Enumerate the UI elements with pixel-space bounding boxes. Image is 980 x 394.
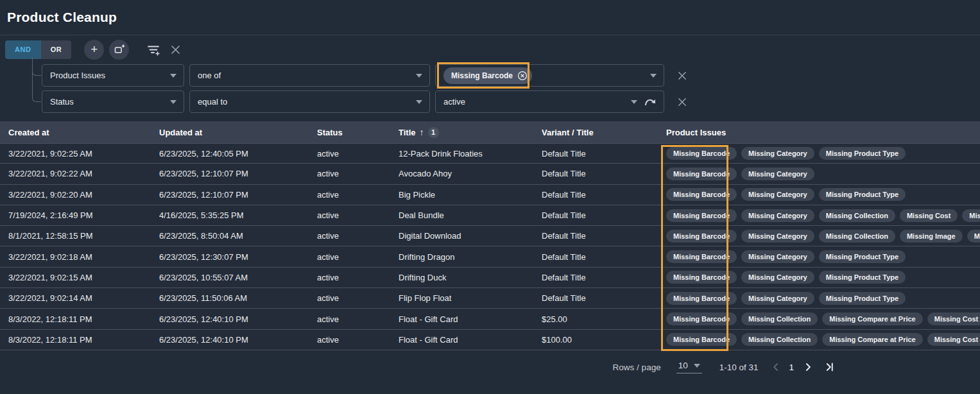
issue-chip: Missing Barcode xyxy=(666,250,737,263)
filter-value-select[interactable]: active xyxy=(435,90,664,113)
remove-filter-row-button[interactable] xyxy=(677,71,687,81)
cell-status: active xyxy=(317,335,399,345)
last-page-button[interactable] xyxy=(823,361,836,373)
issue-chip: Missing Barcode xyxy=(666,230,737,243)
sort-order-badge: 1 xyxy=(428,127,439,138)
cell-created-at: 8/3/2022, 12:18:11 PM xyxy=(8,314,159,324)
cell-created-at: 3/22/2021, 9:02:14 AM xyxy=(8,293,159,303)
column-header-title[interactable]: Title ↑ 1 xyxy=(399,127,542,138)
cell-title: Float - Gift Card xyxy=(399,314,542,324)
cell-variant-title: Default Title xyxy=(542,252,662,262)
issue-chip: Missing Collection xyxy=(741,333,818,346)
next-page-button[interactable] xyxy=(802,361,814,373)
table-row[interactable]: 3/22/2021, 9:02:22 AM 6/23/2025, 12:10:0… xyxy=(0,164,980,184)
rows-per-page-select[interactable]: 10 xyxy=(676,361,702,373)
cell-variant-title: Default Title xyxy=(542,149,662,158)
cell-status: active xyxy=(317,210,399,220)
issue-chip: Missing Barcode xyxy=(666,292,737,305)
cell-variant-title: $100.00 xyxy=(542,335,662,345)
issue-chip: Missing Barcode xyxy=(666,147,737,160)
caret-down-icon xyxy=(416,74,422,78)
issue-chip: Missing Barcode xyxy=(666,333,737,346)
table-row[interactable]: 3/22/2021, 9:02:20 AM 6/23/2025, 12:10:0… xyxy=(0,185,980,205)
redo-icon[interactable] xyxy=(643,97,657,107)
issue-chip: Missing Barcode xyxy=(666,313,737,325)
caret-down-icon xyxy=(694,364,700,368)
issue-chip: Missing Product Type xyxy=(819,271,906,284)
cell-product-issues: Missing BarcodeMissing CategoryMissing P… xyxy=(662,188,980,201)
table-row[interactable]: 8/3/2022, 12:18:11 PM 6/23/2025, 12:40:1… xyxy=(0,309,980,329)
cell-title: Avocado Ahoy xyxy=(399,169,542,178)
apply-filters-button[interactable] xyxy=(146,44,161,56)
filter-value-select[interactable]: Missing Barcode xyxy=(435,64,664,87)
and-toggle-button[interactable]: AND xyxy=(5,40,41,59)
last-page-icon xyxy=(823,361,836,373)
issue-chip: Missing Barcode xyxy=(666,209,737,222)
filter-value-chip[interactable]: Missing Barcode xyxy=(443,67,532,84)
table-row[interactable]: 8/3/2022, 12:18:11 PM 6/23/2025, 12:40:1… xyxy=(0,330,980,350)
cell-title: Drifting Duck xyxy=(399,273,542,282)
issue-chip: Missing Cost xyxy=(900,209,958,222)
add-filter-group-button[interactable] xyxy=(109,40,129,60)
cell-product-issues: Missing BarcodeMissing CategoryMissing P… xyxy=(662,147,980,160)
or-toggle-button[interactable]: OR xyxy=(41,40,72,59)
cell-status: active xyxy=(317,314,399,324)
remove-filter-row-button[interactable] xyxy=(677,97,687,107)
cell-created-at: 7/19/2024, 2:16:49 PM xyxy=(8,210,159,220)
issue-chip: Missing Weight xyxy=(967,230,980,243)
issue-chip: Missing Image xyxy=(900,230,963,243)
column-header-updated-at[interactable]: Updated at xyxy=(159,128,317,137)
table-header-row: Created at Updated at Status Title ↑ 1 V… xyxy=(0,121,980,143)
add-filter-button[interactable]: + xyxy=(84,40,104,60)
chevron-right-icon xyxy=(802,361,814,373)
remove-chip-icon[interactable] xyxy=(517,71,528,81)
table-row[interactable]: 7/19/2024, 2:16:49 PM 4/16/2025, 5:35:25… xyxy=(0,205,980,226)
previous-page-button[interactable] xyxy=(769,361,782,373)
cell-product-issues: Missing BarcodeMissing CategoryMissing P… xyxy=(662,271,980,284)
and-or-toggle[interactable]: AND OR xyxy=(5,40,71,59)
issue-chip: Missing Category xyxy=(741,147,814,160)
filter-field-label: Product Issues xyxy=(50,71,105,80)
filter-field-label: Status xyxy=(50,97,74,107)
cell-status: active xyxy=(317,293,399,303)
filter-field-select[interactable]: Status xyxy=(42,90,184,113)
cell-product-issues: Missing BarcodeMissing CollectionMissing… xyxy=(662,333,980,346)
table-row[interactable]: 3/22/2021, 9:02:18 AM 6/23/2025, 12:30:0… xyxy=(0,246,980,267)
cell-product-issues: Missing BarcodeMissing CategoryMissing C… xyxy=(662,209,980,222)
issue-chip: Missing Product Type xyxy=(819,292,906,305)
filter-operator-select[interactable]: equal to xyxy=(189,90,430,113)
products-table: Created at Updated at Status Title ↑ 1 V… xyxy=(0,121,980,350)
cell-title: Drifting Dragon xyxy=(399,252,542,262)
cell-status: active xyxy=(317,169,399,178)
cell-status: active xyxy=(317,231,399,241)
clear-all-icon xyxy=(170,44,181,55)
column-header-variant-title[interactable]: Variant / Title xyxy=(542,128,662,137)
cell-updated-at: 6/23/2025, 12:10:07 PM xyxy=(159,190,317,200)
cell-created-at: 3/22/2021, 9:02:18 AM xyxy=(8,252,159,262)
cell-variant-title: Default Title xyxy=(542,273,662,282)
filter-value-label: active xyxy=(443,97,465,107)
sort-asc-icon: ↑ xyxy=(420,127,424,137)
column-header-created-at[interactable]: Created at xyxy=(8,128,159,137)
table-row[interactable]: 3/22/2021, 9:02:14 AM 6/23/2025, 11:50:0… xyxy=(0,288,980,309)
cell-title: Digital Download xyxy=(399,231,542,241)
current-page-number[interactable]: 1 xyxy=(789,363,794,372)
table-row[interactable]: 3/22/2021, 9:02:25 AM 6/23/2025, 12:40:0… xyxy=(0,143,980,164)
cell-updated-at: 6/23/2025, 12:40:10 PM xyxy=(159,335,317,345)
table-row[interactable]: 8/1/2021, 12:58:15 PM 6/23/2025, 8:50:04… xyxy=(0,226,980,246)
filter-field-select[interactable]: Product Issues xyxy=(42,64,184,87)
cell-variant-title: Default Title xyxy=(542,190,662,200)
cell-created-at: 3/22/2021, 9:02:25 AM xyxy=(8,149,159,158)
caret-down-icon xyxy=(170,74,176,78)
table-row[interactable]: 3/22/2021, 9:02:15 AM 6/23/2025, 10:55:0… xyxy=(0,268,980,288)
table-body: 3/22/2021, 9:02:25 AM 6/23/2025, 12:40:0… xyxy=(0,143,980,350)
chevron-left-icon xyxy=(769,361,782,373)
filter-operator-select[interactable]: one of xyxy=(189,64,430,87)
cell-status: active xyxy=(317,190,399,200)
column-header-status[interactable]: Status xyxy=(317,128,399,137)
issue-chip: Missing Barcode xyxy=(666,188,737,201)
clear-filters-button[interactable] xyxy=(170,44,181,55)
cell-created-at: 8/1/2021, 12:58:15 PM xyxy=(8,231,159,241)
caret-down-icon xyxy=(170,100,176,104)
column-header-product-issues[interactable]: Product Issues xyxy=(662,128,980,137)
